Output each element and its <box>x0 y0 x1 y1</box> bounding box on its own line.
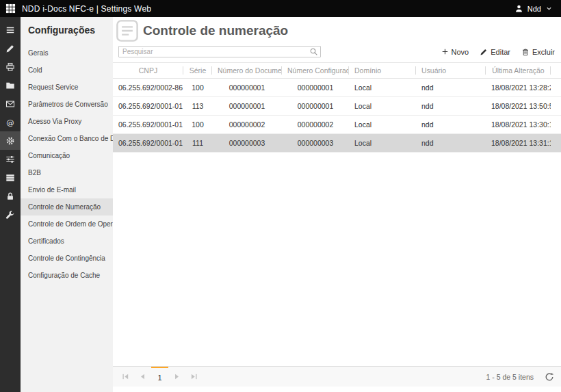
lock-icon[interactable] <box>0 187 21 205</box>
brush-glyph <box>5 44 15 53</box>
numeration-table: CNPJSérieNúmero do DocumentoNúmero Confi… <box>113 62 561 153</box>
at-glyph <box>5 118 15 127</box>
user-name: Ndd <box>527 5 541 13</box>
sidebar-item-parametros-de-conversao[interactable]: Parâmetros de Conversão <box>21 96 113 113</box>
brush-icon[interactable] <box>0 39 21 57</box>
table-row[interactable]: 06.255.692/0001-01111000000003000000003L… <box>113 134 561 153</box>
table-row[interactable]: 06.255.692/0002-86100000000001000000001L… <box>113 79 561 97</box>
table-row[interactable]: 06.255.692/0001-01113000000001000000001L… <box>113 97 561 116</box>
page-icon <box>115 18 140 43</box>
refresh-button[interactable] <box>545 372 554 382</box>
cell-ultima-alteracao: 18/08/2021 13:30:12 <box>486 116 551 134</box>
printer-glyph <box>5 62 15 72</box>
app-body: Configurações GeraisColdRequest ServiceP… <box>0 17 561 392</box>
controls-row: Novo Editar Excluir <box>113 44 561 62</box>
menu-glyph <box>5 25 15 35</box>
page-header: Controle de numeração <box>113 17 561 44</box>
sidebar-list: GeraisColdRequest ServiceParâmetros de C… <box>21 44 113 284</box>
sidebar-item-acesso-via-proxy[interactable]: Acesso Via Proxy <box>21 113 113 130</box>
sidebar-title: Configurações <box>21 17 113 44</box>
folder-glyph <box>5 81 15 90</box>
chevron-down-icon <box>545 5 553 12</box>
gear-glyph <box>5 136 15 146</box>
wrench-glyph <box>5 210 15 220</box>
apps-grid-icon[interactable] <box>5 3 16 14</box>
cell-serie: 100 <box>183 79 212 97</box>
grid-toolbar: Novo Editar Excluir <box>441 48 555 56</box>
sidebar-item-conexao-com-o-banco-de-dados[interactable]: Conexão Com o Banco de Dados <box>21 130 113 147</box>
sidebar-item-controle-de-numeracao[interactable]: Controle de Numeração <box>21 198 113 215</box>
cell-usuario: ndd <box>416 97 486 116</box>
printer-icon[interactable] <box>0 57 21 76</box>
pager-next-button[interactable] <box>168 367 185 387</box>
pager-last-button[interactable] <box>185 367 203 387</box>
sidebar-item-request-service[interactable]: Request Service <box>21 79 113 96</box>
cell-usuario: ndd <box>416 79 486 97</box>
cell-cnpj: 06.255.692/0001-01 <box>113 97 183 116</box>
sidebar-item-envio-de-e-mail[interactable]: Envio de E-mail <box>21 181 113 198</box>
pager-first-button[interactable] <box>117 367 134 387</box>
cell-usuario: ndd <box>416 134 486 153</box>
cell-cnpj: 06.255.692/0001-01 <box>113 134 183 153</box>
cell-numero-configurado: 000000001 <box>282 97 349 116</box>
sliders-glyph <box>5 155 15 164</box>
sidebar-item-configuracao-de-cache[interactable]: Configuração de Cache <box>21 267 113 284</box>
novo-label: Novo <box>452 48 469 56</box>
cell-serie: 113 <box>183 97 212 116</box>
gear-icon[interactable] <box>0 131 21 150</box>
wrench-icon[interactable] <box>0 205 21 224</box>
pager-info: 1 - 5 de 5 itens <box>486 373 534 381</box>
mail-icon[interactable] <box>0 94 21 113</box>
pager-prev-button[interactable] <box>134 367 151 387</box>
sliders-icon[interactable] <box>0 150 21 168</box>
cell-numero-do-documento: 000000003 <box>212 134 282 153</box>
editar-label: Editar <box>491 48 510 56</box>
data-grid: CNPJSérieNúmero do DocumentoNúmero Confi… <box>113 62 561 153</box>
cell-ultima-alteracao: 18/08/2021 13:28:29 <box>486 79 551 97</box>
novo-button[interactable]: Novo <box>441 48 469 56</box>
column-header-serie[interactable]: Série <box>183 63 212 79</box>
search-input[interactable] <box>118 46 321 57</box>
cell-ultima-alteracao: 18/08/2021 13:31:12 <box>486 134 551 153</box>
user-icon <box>514 4 523 13</box>
cell-dominio: Local <box>349 79 416 97</box>
menu-icon[interactable] <box>0 21 21 39</box>
column-header-numero-configurado[interactable]: Número Configurado <box>282 63 349 79</box>
sidebar-item-controle-de-ordem-de-operacao[interactable]: Controle de Ordem de Operação <box>21 215 113 233</box>
cell-ultima-alteracao: 18/08/2021 13:50:59 <box>486 97 551 116</box>
user-menu[interactable]: Ndd <box>514 4 553 13</box>
topbar-left: NDD i-Docs NFC-e | Settings Web <box>5 3 151 14</box>
pager-controls: 1 <box>117 367 203 387</box>
sidebar-item-gerais[interactable]: Gerais <box>21 44 113 62</box>
trash-icon <box>521 48 530 56</box>
icon-rail <box>0 17 21 392</box>
cell-dominio: Local <box>349 97 416 116</box>
cell-dominio: Local <box>349 116 416 134</box>
column-header-numero-do-documento[interactable]: Número do Documento <box>212 63 282 79</box>
column-header-dominio[interactable]: Domínio <box>349 63 416 79</box>
column-header-cnpj[interactable]: CNPJ <box>113 63 183 79</box>
rows-icon[interactable] <box>0 168 21 187</box>
cell-spacer <box>551 97 561 116</box>
search-box <box>118 46 321 57</box>
search-icon[interactable] <box>309 47 318 56</box>
plus-icon <box>441 48 449 55</box>
at-icon[interactable] <box>0 113 21 131</box>
column-header-usuario[interactable]: Usuário <box>416 63 486 79</box>
sidebar-item-controle-de-contingencia[interactable]: Controle de Contingência <box>21 250 113 267</box>
rows-glyph <box>5 173 15 183</box>
editar-button[interactable]: Editar <box>480 48 510 56</box>
sidebar-item-cold[interactable]: Cold <box>21 62 113 79</box>
sidebar-item-b2b[interactable]: B2B <box>21 164 113 181</box>
page-title: Controle de numeração <box>143 23 288 38</box>
pager-page-1[interactable]: 1 <box>151 367 168 387</box>
folder-icon[interactable] <box>0 76 21 94</box>
sidebar-item-comunicacao[interactable]: Comunicação <box>21 147 113 164</box>
column-header-ultima-alteracao[interactable]: Última Alteração <box>486 63 551 79</box>
cell-spacer <box>551 134 561 153</box>
sidebar-item-certificados[interactable]: Certificados <box>21 233 113 250</box>
excluir-button[interactable]: Excluir <box>521 48 555 56</box>
pencil-icon <box>480 48 488 56</box>
column-header-spacer <box>551 63 561 79</box>
table-row[interactable]: 06.255.692/0001-01100000000002000000002L… <box>113 116 561 134</box>
